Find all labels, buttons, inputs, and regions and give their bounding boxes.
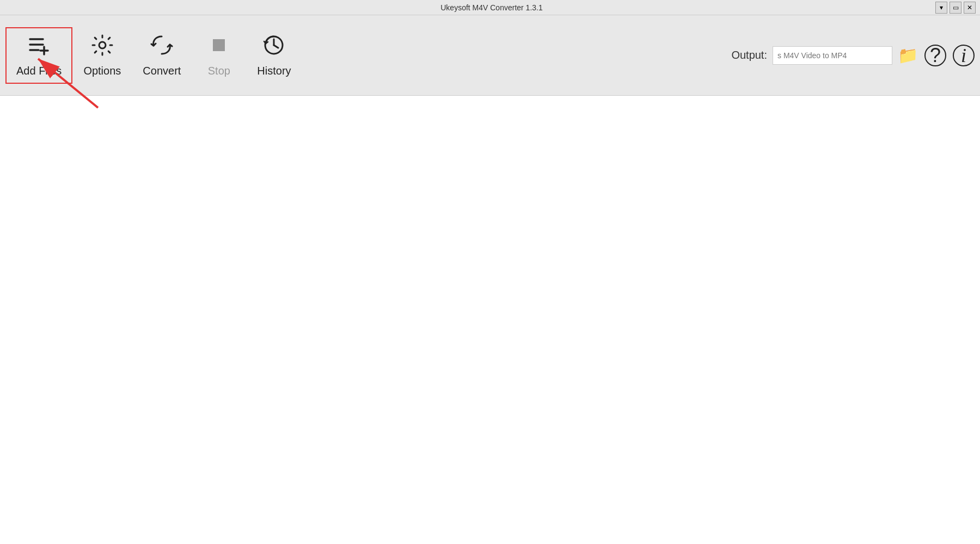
folder-icon[interactable]: 📁 — [898, 46, 918, 65]
history-button[interactable]: History — [246, 29, 302, 82]
output-label: Output: — [731, 49, 767, 61]
toolbar: Add Files Options — [0, 15, 980, 96]
toolbar-right-icons: ? i — [924, 45, 975, 66]
stop-button[interactable]: Stop — [192, 29, 246, 82]
output-section: Output: 📁 — [731, 46, 918, 65]
minimize-button[interactable]: ▾ — [935, 2, 947, 14]
options-button[interactable]: Options — [72, 29, 132, 82]
stop-icon — [207, 34, 230, 60]
restore-button[interactable]: ▭ — [950, 2, 961, 14]
stop-label: Stop — [208, 65, 230, 77]
help-button[interactable]: ? — [924, 45, 946, 66]
close-button[interactable]: ✕ — [964, 2, 976, 14]
output-input[interactable] — [773, 46, 892, 65]
convert-icon — [150, 34, 173, 60]
svg-rect-6 — [213, 39, 225, 51]
title-bar: Ukeysoft M4V Converter 1.3.1 ▾ ▭ ✕ — [0, 0, 980, 15]
convert-button[interactable]: Convert — [132, 29, 192, 82]
options-icon — [91, 34, 114, 60]
convert-label: Convert — [143, 65, 181, 77]
history-label: History — [257, 65, 291, 77]
info-button[interactable]: i — [953, 45, 975, 66]
window-title: Ukeysoft M4V Converter 1.3.1 — [48, 3, 935, 12]
add-files-button[interactable]: Add Files — [5, 27, 72, 84]
options-label: Options — [83, 65, 121, 77]
main-content — [0, 96, 980, 544]
app-window: Ukeysoft M4V Converter 1.3.1 ▾ ▭ ✕ A — [0, 0, 980, 544]
history-icon — [262, 34, 285, 60]
add-files-label: Add Files — [16, 65, 62, 77]
svg-line-9 — [274, 45, 278, 48]
add-files-icon — [28, 34, 51, 60]
svg-point-5 — [99, 42, 106, 48]
window-controls: ▾ ▭ ✕ — [935, 2, 976, 14]
